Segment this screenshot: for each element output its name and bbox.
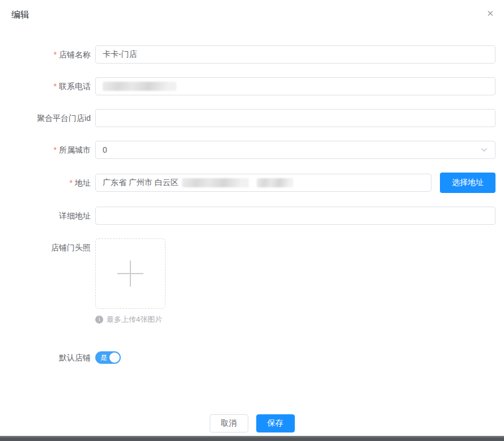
form-row-default-shop: 默认店铺 是 [11,348,495,367]
form-row-city: *所属城市 0 [11,141,495,159]
platform-store-id-label: 聚合平台门店id [11,109,91,127]
default-shop-label-text: 默认店铺 [59,353,91,362]
platform-store-id-label-text: 聚合平台门店id [37,114,91,123]
plus-icon [117,261,143,287]
shop-name-label: *店铺名称 [11,45,91,64]
toggle-handle [109,352,120,363]
default-shop-toggle[interactable]: 是 [95,351,121,364]
form-row-phone: *联系电话 [11,77,495,95]
redacted-phone-value [103,82,176,91]
address-value-prefix: 广东省 广州市 白云区 [103,178,179,188]
form-row-storefront-photo: 店铺门头照 i 最多上传4张图片 [11,238,495,325]
city-select-value: 0 [103,145,107,154]
dialog-footer: 取消 保存 [0,414,504,432]
phone-label: *联系电话 [11,77,91,95]
info-icon: i [95,316,103,324]
storefront-photo-label: 店铺门头照 [11,238,91,257]
form-row-detail-address: 详细地址 [11,207,495,225]
required-mark: * [54,50,57,59]
edit-form: *店铺名称 *联系电话 聚合平台门店id *所属城市 [11,45,495,367]
redacted-address-part2 [257,178,293,187]
address-input[interactable]: 广东省 广州市 白云区 [95,174,431,192]
upload-hint-text: 最多上传4张图片 [107,314,162,325]
detail-address-label-text: 详细地址 [59,211,91,220]
city-label-text: 所属城市 [59,145,91,154]
toggle-on-text: 是 [100,351,107,364]
select-address-button[interactable]: 选择地址 [440,173,495,193]
redacted-address-part1 [182,178,249,187]
photo-upload-button[interactable] [95,238,166,309]
page-bottom-edge [0,436,504,441]
upload-hint: i 最多上传4张图片 [95,314,166,325]
city-label: *所属城市 [11,141,91,159]
form-row-shop-name: *店铺名称 [11,45,495,64]
phone-label-text: 联系电话 [59,82,91,91]
required-mark: * [54,82,57,91]
address-label-text: 地址 [75,178,91,187]
required-mark: * [70,178,73,187]
edit-dialog: 编辑 ✕ *店铺名称 *联系电话 聚合平台门店id [0,0,504,441]
dialog-title: 编辑 [11,8,495,22]
chevron-down-icon [480,146,488,154]
city-select[interactable]: 0 [95,141,495,159]
required-mark: * [54,145,57,154]
shop-name-label-text: 店铺名称 [59,50,91,59]
phone-input[interactable] [95,77,495,95]
storefront-photo-label-text: 店铺门头照 [51,243,91,252]
save-button[interactable]: 保存 [256,414,295,432]
default-shop-label: 默认店铺 [11,348,91,367]
platform-store-id-input[interactable] [95,109,495,127]
form-row-platform-store-id: 聚合平台门店id [11,109,495,127]
detail-address-label: 详细地址 [11,207,91,225]
cancel-button[interactable]: 取消 [210,414,248,432]
address-label: *地址 [11,174,91,192]
detail-address-input[interactable] [95,207,495,225]
form-row-address: *地址 广东省 广州市 白云区 选择地址 [11,173,495,193]
shop-name-input[interactable] [95,45,495,64]
close-icon[interactable]: ✕ [486,9,494,18]
